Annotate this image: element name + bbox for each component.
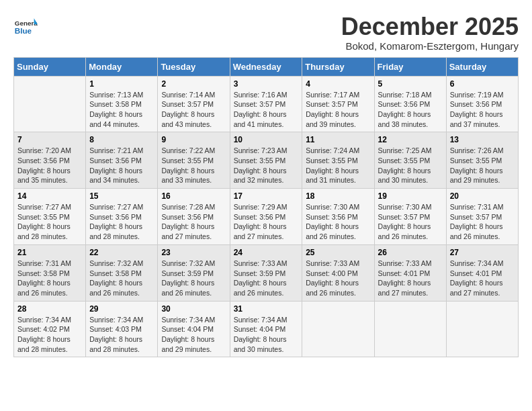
calendar-cell: 6Sunrise: 7:19 AM Sunset: 3:56 PM Daylig…	[446, 76, 518, 132]
calendar-cell: 1Sunrise: 7:13 AM Sunset: 3:58 PM Daylig…	[86, 76, 158, 132]
calendar-cell: 22Sunrise: 7:32 AM Sunset: 3:58 PM Dayli…	[86, 244, 158, 301]
day-number: 17	[234, 191, 299, 201]
calendar-week-row: 21Sunrise: 7:31 AM Sunset: 3:58 PM Dayli…	[14, 244, 519, 301]
day-number: 26	[378, 248, 443, 257]
day-number: 28	[17, 304, 82, 314]
day-number: 22	[89, 248, 154, 257]
day-number: 1	[89, 79, 154, 89]
day-info: Sunrise: 7:30 AM Sunset: 3:57 PM Dayligh…	[378, 202, 443, 242]
day-info: Sunrise: 7:31 AM Sunset: 3:57 PM Dayligh…	[450, 202, 515, 242]
day-number: 20	[450, 191, 515, 201]
calendar-cell	[14, 76, 86, 132]
day-info: Sunrise: 7:26 AM Sunset: 3:55 PM Dayligh…	[450, 146, 515, 185]
day-number: 7	[17, 135, 82, 144]
day-info: Sunrise: 7:21 AM Sunset: 3:56 PM Dayligh…	[89, 146, 154, 185]
day-number: 19	[378, 191, 443, 201]
day-info: Sunrise: 7:30 AM Sunset: 3:56 PM Dayligh…	[306, 202, 370, 242]
day-number: 9	[161, 135, 226, 144]
calendar-week-row: 28Sunrise: 7:34 AM Sunset: 4:02 PM Dayli…	[14, 301, 519, 357]
day-info: Sunrise: 7:18 AM Sunset: 3:56 PM Dayligh…	[378, 90, 443, 130]
weekday-header-friday: Friday	[374, 57, 446, 76]
day-info: Sunrise: 7:27 AM Sunset: 3:55 PM Dayligh…	[17, 202, 82, 242]
calendar-cell: 16Sunrise: 7:28 AM Sunset: 3:56 PM Dayli…	[158, 189, 230, 245]
day-number: 31	[234, 304, 299, 314]
day-info: Sunrise: 7:20 AM Sunset: 3:56 PM Dayligh…	[17, 146, 82, 185]
calendar-week-row: 14Sunrise: 7:27 AM Sunset: 3:55 PM Dayli…	[14, 189, 519, 245]
day-info: Sunrise: 7:25 AM Sunset: 3:55 PM Dayligh…	[378, 146, 443, 185]
day-info: Sunrise: 7:34 AM Sunset: 4:04 PM Dayligh…	[161, 315, 226, 355]
day-number: 18	[306, 191, 370, 201]
location: Bokod, Komarom-Esztergom, Hungary	[341, 40, 519, 52]
calendar-cell: 24Sunrise: 7:33 AM Sunset: 3:59 PM Dayli…	[230, 244, 302, 301]
day-info: Sunrise: 7:32 AM Sunset: 3:59 PM Dayligh…	[161, 259, 226, 298]
day-info: Sunrise: 7:34 AM Sunset: 4:03 PM Dayligh…	[89, 315, 154, 355]
calendar-cell: 31Sunrise: 7:34 AM Sunset: 4:04 PM Dayli…	[230, 301, 302, 357]
day-info: Sunrise: 7:22 AM Sunset: 3:55 PM Dayligh…	[161, 146, 226, 185]
calendar-cell: 2Sunrise: 7:14 AM Sunset: 3:57 PM Daylig…	[158, 76, 230, 132]
calendar-cell: 5Sunrise: 7:18 AM Sunset: 3:56 PM Daylig…	[374, 76, 446, 132]
day-number: 8	[89, 135, 154, 144]
calendar-cell: 30Sunrise: 7:34 AM Sunset: 4:04 PM Dayli…	[158, 301, 230, 357]
calendar-cell: 20Sunrise: 7:31 AM Sunset: 3:57 PM Dayli…	[446, 189, 518, 245]
calendar-cell: 15Sunrise: 7:27 AM Sunset: 3:56 PM Dayli…	[86, 189, 158, 245]
weekday-header-tuesday: Tuesday	[158, 57, 230, 76]
day-number: 13	[450, 135, 515, 144]
day-number: 11	[306, 135, 370, 144]
day-info: Sunrise: 7:33 AM Sunset: 4:01 PM Dayligh…	[378, 259, 443, 298]
day-info: Sunrise: 7:34 AM Sunset: 4:02 PM Dayligh…	[17, 315, 82, 355]
day-number: 30	[161, 304, 226, 314]
calendar-cell	[446, 301, 518, 357]
day-info: Sunrise: 7:24 AM Sunset: 3:55 PM Dayligh…	[306, 146, 370, 185]
day-info: Sunrise: 7:28 AM Sunset: 3:56 PM Dayligh…	[161, 202, 226, 242]
day-number: 4	[306, 79, 370, 89]
day-number: 12	[378, 135, 443, 144]
day-number: 24	[234, 248, 299, 257]
day-info: Sunrise: 7:23 AM Sunset: 3:55 PM Dayligh…	[234, 146, 299, 185]
calendar-cell: 29Sunrise: 7:34 AM Sunset: 4:03 PM Dayli…	[86, 301, 158, 357]
day-info: Sunrise: 7:32 AM Sunset: 3:58 PM Dayligh…	[89, 259, 154, 298]
calendar-cell: 9Sunrise: 7:22 AM Sunset: 3:55 PM Daylig…	[158, 132, 230, 189]
calendar-cell: 21Sunrise: 7:31 AM Sunset: 3:58 PM Dayli…	[14, 244, 86, 301]
month-title: December 2025	[341, 13, 519, 40]
day-number: 3	[234, 79, 299, 89]
logo: General Blue	[13, 13, 39, 38]
header: General Blue December 2025 Bokod, Komaro…	[13, 13, 519, 52]
day-number: 23	[161, 248, 226, 257]
day-info: Sunrise: 7:13 AM Sunset: 3:58 PM Dayligh…	[89, 90, 154, 130]
calendar-cell: 4Sunrise: 7:17 AM Sunset: 3:57 PM Daylig…	[302, 76, 374, 132]
weekday-header-wednesday: Wednesday	[230, 57, 302, 76]
weekday-header-row: SundayMondayTuesdayWednesdayThursdayFrid…	[14, 57, 519, 76]
day-info: Sunrise: 7:16 AM Sunset: 3:57 PM Dayligh…	[234, 90, 299, 130]
calendar-cell: 25Sunrise: 7:33 AM Sunset: 4:00 PM Dayli…	[302, 244, 374, 301]
calendar-cell: 11Sunrise: 7:24 AM Sunset: 3:55 PM Dayli…	[302, 132, 374, 189]
day-info: Sunrise: 7:33 AM Sunset: 4:00 PM Dayligh…	[306, 259, 370, 298]
day-number: 5	[378, 79, 443, 89]
day-number: 2	[161, 79, 226, 89]
svg-text:Blue: Blue	[15, 26, 32, 35]
day-number: 27	[450, 248, 515, 257]
day-number: 29	[89, 304, 154, 314]
calendar-cell: 17Sunrise: 7:29 AM Sunset: 3:56 PM Dayli…	[230, 189, 302, 245]
calendar-cell: 19Sunrise: 7:30 AM Sunset: 3:57 PM Dayli…	[374, 189, 446, 245]
calendar-cell: 3Sunrise: 7:16 AM Sunset: 3:57 PM Daylig…	[230, 76, 302, 132]
weekday-header-thursday: Thursday	[302, 57, 374, 76]
day-info: Sunrise: 7:14 AM Sunset: 3:57 PM Dayligh…	[161, 90, 226, 130]
calendar-cell: 27Sunrise: 7:34 AM Sunset: 4:01 PM Dayli…	[446, 244, 518, 301]
day-info: Sunrise: 7:19 AM Sunset: 3:56 PM Dayligh…	[450, 90, 515, 130]
calendar-week-row: 7Sunrise: 7:20 AM Sunset: 3:56 PM Daylig…	[14, 132, 519, 189]
calendar-cell: 10Sunrise: 7:23 AM Sunset: 3:55 PM Dayli…	[230, 132, 302, 189]
day-number: 10	[234, 135, 299, 144]
day-info: Sunrise: 7:17 AM Sunset: 3:57 PM Dayligh…	[306, 90, 370, 130]
logo-icon: General Blue	[13, 13, 38, 38]
day-number: 16	[161, 191, 226, 201]
weekday-header-sunday: Sunday	[14, 57, 86, 76]
calendar-cell: 23Sunrise: 7:32 AM Sunset: 3:59 PM Dayli…	[158, 244, 230, 301]
day-info: Sunrise: 7:33 AM Sunset: 3:59 PM Dayligh…	[234, 259, 299, 298]
calendar-cell: 13Sunrise: 7:26 AM Sunset: 3:55 PM Dayli…	[446, 132, 518, 189]
day-number: 15	[89, 191, 154, 201]
calendar-cell	[302, 301, 374, 357]
title-area: December 2025 Bokod, Komarom-Esztergom, …	[341, 13, 519, 52]
day-info: Sunrise: 7:31 AM Sunset: 3:58 PM Dayligh…	[17, 259, 82, 298]
day-number: 14	[17, 191, 82, 201]
calendar-cell: 7Sunrise: 7:20 AM Sunset: 3:56 PM Daylig…	[14, 132, 86, 189]
